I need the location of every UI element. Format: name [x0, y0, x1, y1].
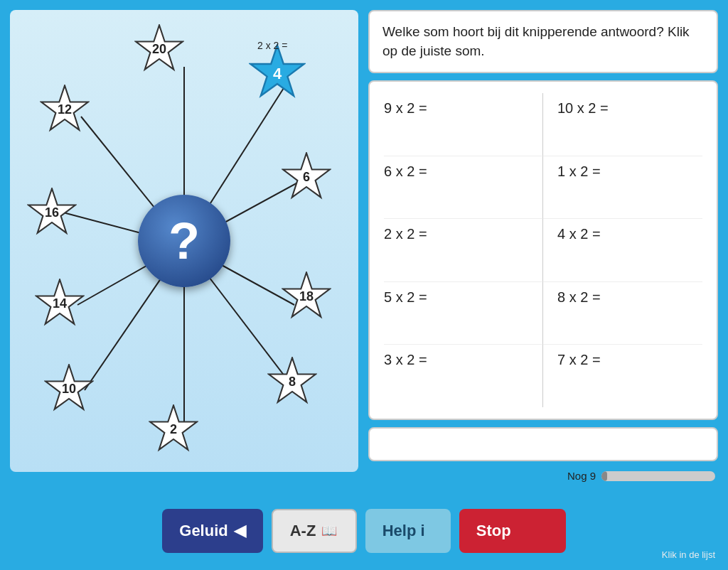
star-14[interactable]: 14	[35, 279, 85, 328]
instruction-box: Welke som hoort bij dit knipperende antw…	[368, 10, 718, 73]
progress-bar-fill	[601, 471, 607, 481]
answer-box	[368, 427, 718, 461]
eq-2x2[interactable]: 2 x 2 =	[384, 219, 543, 282]
highlighted-star[interactable]: 4	[249, 44, 306, 104]
progress-row: Nog 9	[368, 468, 718, 483]
star-2[interactable]: 2	[149, 404, 198, 454]
question-mark-icon: ?	[168, 215, 200, 267]
left-panel: ? 20 12 4 2 x 2 =	[10, 10, 358, 472]
highlighted-star-label: 4	[273, 65, 282, 83]
right-panel: Welke som hoort bij dit knipperende antw…	[368, 10, 718, 483]
star-18[interactable]: 18	[282, 271, 331, 321]
eq-1x2[interactable]: 1 x 2 =	[543, 156, 702, 220]
eq-3x2[interactable]: 3 x 2 =	[384, 345, 543, 407]
star-12[interactable]: 12	[40, 85, 90, 134]
eq-7x2[interactable]: 7 x 2 =	[543, 345, 702, 407]
star-16[interactable]: 16	[27, 188, 77, 237]
star-6[interactable]: 6	[282, 152, 331, 202]
progress-bar	[601, 471, 715, 481]
eq-4x2[interactable]: 4 x 2 =	[543, 219, 702, 282]
eq-10x2[interactable]: 10 x 2 =	[543, 93, 702, 156]
equation-hint: 2 x 2 =	[257, 40, 287, 51]
bottom-bar: Geluid ◀ A-Z 📖 Help i Stop	[0, 492, 728, 570]
sound-button[interactable]: Geluid ◀	[162, 509, 262, 553]
stop-button[interactable]: Stop	[459, 509, 566, 553]
center-circle: ?	[138, 195, 230, 287]
sound-icon: ◀	[234, 522, 246, 540]
progress-label: Nog 9	[567, 470, 596, 482]
eq-8x2[interactable]: 8 x 2 =	[543, 282, 702, 345]
book-icon: 📖	[321, 523, 337, 539]
star-20[interactable]: 20	[134, 24, 184, 74]
eq-5x2[interactable]: 5 x 2 =	[384, 282, 543, 345]
help-button[interactable]: Help i	[365, 509, 451, 553]
az-button[interactable]: A-Z 📖	[272, 509, 357, 553]
eq-6x2[interactable]: 6 x 2 =	[384, 156, 543, 220]
footer-text: Klik in de lijst	[662, 549, 715, 560]
eq-9x2[interactable]: 9 x 2 =	[384, 93, 543, 156]
star-8[interactable]: 8	[267, 357, 317, 407]
instruction-text: Welke som hoort bij dit knipperende antw…	[382, 24, 690, 58]
star-10[interactable]: 10	[44, 364, 94, 414]
equation-box: 9 x 2 = 10 x 2 = 6 x 2 = 1 x 2 = 2 x 2 =…	[368, 80, 718, 420]
